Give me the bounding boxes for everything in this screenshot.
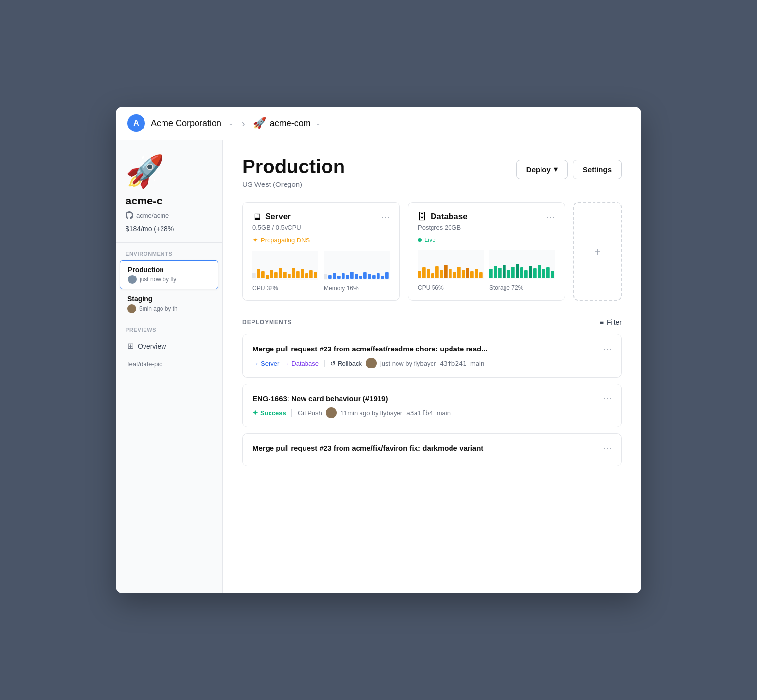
svg-rect-46 xyxy=(475,269,478,278)
env-staging-name: Staging xyxy=(127,295,211,303)
svg-rect-23 xyxy=(350,272,354,279)
deployment-2-menu-icon[interactable]: ⋯ xyxy=(603,442,612,453)
deployment-card-2[interactable]: Merge pull request #23 from acme/fix/fav… xyxy=(242,433,622,466)
server-memory-chart: Memory 16% xyxy=(324,251,390,292)
deploy-button[interactable]: Deploy ▾ xyxy=(516,160,568,179)
svg-rect-38 xyxy=(440,270,443,278)
svg-rect-39 xyxy=(444,265,448,278)
deployment-2-top: Merge pull request #23 from acme/fix/fav… xyxy=(252,442,612,453)
server-cpu-label: CPU 32% xyxy=(252,285,318,292)
settings-button[interactable]: Settings xyxy=(573,160,622,179)
sidebar-item-preview-branch[interactable]: feat/date-pic xyxy=(120,356,218,371)
sidebar-project-name: acme-c xyxy=(116,191,222,209)
server-charts: CPU 32% xyxy=(252,251,390,292)
server-icon: 🖥 xyxy=(252,212,261,222)
svg-rect-55 xyxy=(516,264,519,278)
server-memory-label: Memory 16% xyxy=(324,285,390,292)
nav-project[interactable]: 🚀 acme-com ⌄ xyxy=(253,117,322,129)
svg-rect-41 xyxy=(453,272,456,278)
sidebar-github[interactable]: acme/acme xyxy=(116,209,222,221)
sidebar-price: $184/mo (+28% xyxy=(116,221,222,240)
project-chevron: ⌄ xyxy=(316,120,321,127)
deployment-2-title: Merge pull request #23 from acme/fix/fav… xyxy=(252,444,483,452)
add-resource-card[interactable]: + xyxy=(573,202,622,301)
project-emoji-icon: 🚀 xyxy=(253,117,266,129)
deployment-0-database-tag: → Database xyxy=(283,360,319,367)
svg-rect-4 xyxy=(266,275,269,279)
filter-button[interactable]: ≡ Filter xyxy=(600,318,622,326)
org-name[interactable]: Acme Corporation xyxy=(151,118,221,129)
svg-rect-27 xyxy=(368,274,371,279)
server-spec: 0.5GB / 0.5vCPU xyxy=(252,224,390,231)
sidebar-overview-label: Overview xyxy=(138,342,166,350)
svg-rect-63 xyxy=(551,271,554,278)
database-icon: 🗄 xyxy=(418,212,427,222)
git-push-label: Git Push xyxy=(298,409,322,417)
sidebar-environments-label: ENVIRONMENTS xyxy=(116,245,222,259)
rollback-button[interactable]: ↺ Rollback xyxy=(330,360,362,367)
svg-rect-19 xyxy=(333,273,336,279)
database-cpu-chart-svg xyxy=(418,250,484,279)
meta-divider-0: | xyxy=(324,359,325,368)
svg-rect-58 xyxy=(529,266,532,278)
svg-rect-37 xyxy=(435,266,439,278)
top-nav: A Acme Corporation ⌄ › 🚀 acme-com ⌄ xyxy=(116,107,641,140)
org-chevron: ⌄ xyxy=(228,120,233,127)
arrow-server-icon: → xyxy=(252,360,259,367)
svg-rect-21 xyxy=(342,273,345,279)
deployment-0-menu-icon[interactable]: ⋯ xyxy=(603,343,612,354)
svg-rect-29 xyxy=(377,273,380,279)
svg-rect-34 xyxy=(422,267,426,278)
svg-rect-45 xyxy=(470,271,474,278)
deployment-1-status-text: Success xyxy=(260,409,286,417)
database-spec: Postgres 20GB xyxy=(418,224,555,231)
database-title-row: 🗄 Database xyxy=(418,212,468,222)
svg-rect-36 xyxy=(431,273,434,278)
grid-icon: ⊞ xyxy=(127,341,134,350)
deploy-label: Deploy xyxy=(526,166,551,174)
deployment-card-1[interactable]: ENG-1663: New card behaviour (#1919) ⋯ ✦… xyxy=(242,384,622,427)
svg-rect-17 xyxy=(324,274,327,279)
svg-rect-10 xyxy=(292,268,295,278)
database-card-title: Database xyxy=(431,212,468,221)
svg-rect-42 xyxy=(457,267,461,278)
database-storage-label: Storage 72% xyxy=(489,284,555,291)
database-menu-icon[interactable]: ⋯ xyxy=(546,211,555,222)
svg-rect-61 xyxy=(542,269,545,278)
deployment-0-top: Merge pull request #23 from acme/feat/re… xyxy=(252,343,612,354)
deployments-title: DEPLOYMENTS xyxy=(242,319,292,326)
svg-rect-33 xyxy=(418,271,421,278)
server-menu-icon[interactable]: ⋯ xyxy=(381,211,390,222)
env-production-name: Production xyxy=(128,266,210,274)
svg-rect-62 xyxy=(546,267,550,278)
page-subtitle: US West (Oregon) xyxy=(242,180,345,188)
svg-rect-44 xyxy=(466,268,469,278)
svg-rect-47 xyxy=(479,272,483,278)
org-initial: A xyxy=(133,119,139,128)
svg-rect-56 xyxy=(520,267,523,278)
propagating-spinner-icon: ✦ xyxy=(252,236,258,244)
sidebar-item-staging[interactable]: Staging 5min ago by th xyxy=(120,290,218,318)
deployment-1-top: ENG-1663: New card behaviour (#1919) ⋯ xyxy=(252,393,612,404)
database-card: 🗄 Database ⋯ Postgres 20GB Live xyxy=(408,202,565,301)
svg-rect-22 xyxy=(346,275,349,279)
deployment-0-time: just now by flybayer xyxy=(380,360,436,367)
svg-rect-8 xyxy=(283,272,287,278)
org-logo[interactable]: A xyxy=(127,114,145,132)
svg-rect-1 xyxy=(252,273,256,278)
database-storage-chart-svg xyxy=(489,250,555,279)
svg-rect-50 xyxy=(494,266,497,278)
svg-rect-43 xyxy=(462,270,465,278)
svg-rect-6 xyxy=(274,272,278,278)
svg-rect-2 xyxy=(257,269,260,278)
deployment-1-menu-icon[interactable]: ⋯ xyxy=(603,393,612,404)
sidebar-item-production[interactable]: Production just now by fly xyxy=(120,260,218,289)
deployment-card-0[interactable]: Merge pull request #23 from acme/feat/re… xyxy=(242,334,622,378)
page-title: Production xyxy=(242,156,345,177)
sidebar-item-overview[interactable]: ⊞ Overview xyxy=(120,336,218,355)
arrow-database-icon: → xyxy=(283,360,289,367)
sidebar-project-logo: 🚀 xyxy=(116,148,222,191)
sidebar-divider xyxy=(116,242,222,243)
database-status: Live xyxy=(418,236,555,243)
deployment-0-server-tag-label: Server xyxy=(261,360,279,367)
